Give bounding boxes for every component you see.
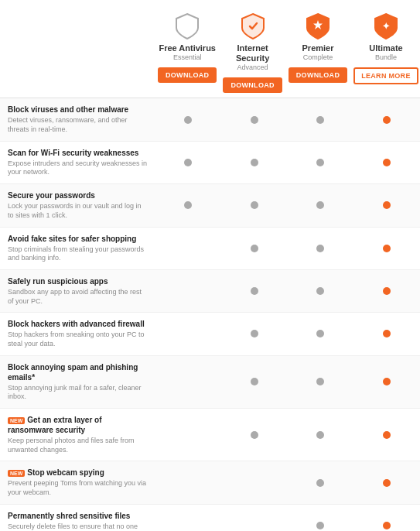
ultimate-shield-icon: ✦ [374, 12, 398, 40]
feature-subtitle: Lock your passwords in our vault and log… [8, 202, 149, 220]
feature-title: Block hackers with advanced firewall [8, 319, 149, 329]
check-cell [221, 152, 288, 173]
check-dot-none [184, 330, 192, 337]
check-dot-grey [316, 479, 324, 487]
check-dot-grey [316, 378, 324, 385]
feature-desc: Safely run suspicious appsSandbox any ap… [0, 270, 155, 312]
feature-row: Permanently shred sensitive filesSecurel… [0, 505, 420, 531]
features-table: Block viruses and other malwareDetect vi… [0, 98, 420, 531]
internet-plan-sub: Advanced [237, 63, 268, 71]
check-dot-orange [383, 245, 391, 252]
feature-title: Safely run suspicious apps [8, 276, 149, 286]
check-dot-none [184, 479, 192, 487]
feature-row: Block viruses and other malwareDetect vi… [0, 98, 420, 141]
check-cell [155, 195, 221, 215]
check-dot-grey [251, 287, 258, 295]
feature-subtitle: Detect viruses, ransomware, and other th… [8, 116, 149, 134]
check-cell [288, 372, 354, 392]
check-dot-grey [184, 201, 192, 209]
check-cell [353, 516, 420, 531]
feature-desc: NEWGet an extra layer of ransomware secu… [0, 409, 155, 461]
internet-plan-name: Internet Security [223, 43, 282, 63]
feature-subtitle: Securely delete files to ensure that no … [8, 522, 149, 531]
check-cell [221, 238, 288, 259]
check-dot-grey [316, 287, 324, 295]
check-cell [288, 238, 354, 259]
check-dot-orange [383, 287, 391, 295]
check-dot-none [184, 522, 192, 529]
check-dot-orange [383, 522, 391, 529]
check-cell [288, 516, 354, 531]
feature-row: Safely run suspicious appsSandbox any ap… [0, 270, 420, 313]
check-cell [353, 152, 420, 173]
plans-header: Free Antivirus Essential DOWNLOAD Intern… [0, 0, 420, 98]
header-empty [0, 8, 155, 98]
check-dot-grey [316, 159, 324, 166]
feature-title: NEWGet an extra layer of ransomware secu… [8, 415, 149, 435]
check-cell [155, 110, 221, 130]
ultimate-learn-button[interactable]: LEARN MORE [353, 67, 418, 84]
premier-shield-icon [306, 12, 330, 40]
check-cell [221, 281, 288, 301]
feature-row: Secure your passwordsLock your passwords… [0, 184, 420, 227]
feature-subtitle: Stop hackers from sneaking onto your PC … [8, 331, 149, 348]
feature-row: Scan for Wi-Fi security weaknessesExpose… [0, 142, 420, 184]
check-dot-grey [251, 116, 258, 124]
check-cell [353, 238, 420, 259]
check-dot-grey [251, 201, 258, 209]
check-cell [155, 152, 221, 173]
check-cell [155, 516, 221, 531]
check-dot-none [184, 245, 192, 252]
check-dot-grey [251, 245, 258, 252]
check-cell [221, 372, 288, 392]
check-dot-grey [316, 330, 324, 337]
check-cell [221, 195, 288, 215]
check-dot-orange [383, 431, 391, 439]
plan-internet: Internet Security Advanced DOWNLOAD [220, 8, 285, 98]
check-cell [288, 324, 354, 344]
svg-text:✦: ✦ [382, 21, 390, 32]
check-dot-grey [316, 522, 324, 529]
check-dot-grey [251, 159, 258, 166]
feature-title: Block annoying spam and phishing emails* [8, 362, 149, 382]
feature-title: NEWStop webcam spying [8, 468, 149, 478]
check-cell [221, 516, 288, 531]
new-badge: NEW [8, 417, 25, 424]
feature-subtitle: Stop annoying junk mail for a safer, cle… [8, 384, 149, 402]
check-cell [353, 195, 420, 215]
feature-desc: NEWStop webcam spyingPrevent peeping Tom… [0, 461, 155, 503]
check-dot-grey [316, 245, 324, 252]
feature-desc: Secure your passwordsLock your passwords… [0, 184, 155, 226]
check-dot-grey [251, 431, 258, 439]
feature-row: NEWStop webcam spyingPrevent peeping Tom… [0, 461, 420, 504]
feature-desc: Block hackers with advanced firewallStop… [0, 313, 155, 355]
check-cell [353, 324, 420, 344]
ultimate-plan-sub: Bundle [375, 53, 397, 61]
plan-free: Free Antivirus Essential DOWNLOAD [155, 8, 220, 98]
check-cell [155, 425, 221, 445]
premier-plan-name: Premier [302, 43, 334, 53]
premier-download-button[interactable]: DOWNLOAD [289, 67, 347, 83]
check-dot-orange [383, 330, 391, 337]
plan-premier: Premier Complete DOWNLOAD [285, 8, 350, 98]
free-download-button[interactable]: DOWNLOAD [158, 67, 217, 83]
feature-title: Scan for Wi-Fi security weaknesses [8, 148, 149, 158]
check-cell [353, 110, 420, 130]
internet-download-button[interactable]: DOWNLOAD [223, 77, 282, 93]
feature-desc: Block viruses and other malwareDetect vi… [0, 98, 155, 140]
feature-desc: Permanently shred sensitive filesSecurel… [0, 505, 155, 531]
feature-row: NEWGet an extra layer of ransomware secu… [0, 409, 420, 461]
feature-title: Block viruses and other malware [8, 104, 149, 115]
check-cell [353, 281, 420, 301]
feature-desc: Block annoying spam and phishing emails*… [0, 356, 155, 408]
feature-title: Avoid fake sites for safer shopping [8, 234, 149, 244]
check-dot-none [251, 522, 258, 529]
check-dot-grey [316, 201, 324, 209]
check-dot-grey [184, 159, 192, 166]
check-dot-orange [383, 159, 391, 166]
check-dot-none [184, 378, 192, 385]
page-container: Free Antivirus Essential DOWNLOAD Intern… [0, 0, 420, 531]
plan-ultimate: ✦ Ultimate Bundle LEARN MORE [350, 8, 420, 98]
check-cell [221, 473, 288, 493]
check-dot-grey [316, 431, 324, 439]
